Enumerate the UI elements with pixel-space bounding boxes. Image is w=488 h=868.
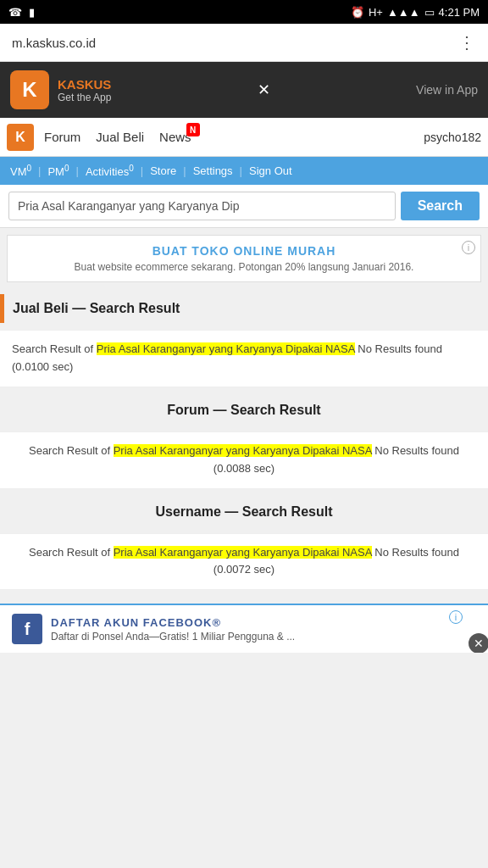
bottom-ad-info-icon[interactable]: i — [449, 610, 463, 624]
ad-info-icon[interactable]: i — [462, 241, 475, 254]
app-name: KASKUS — [58, 77, 111, 92]
ad-subtitle: Buat website ecommerce sekarang. Potonga… — [19, 261, 469, 273]
bottom-ad: f DAFTAR AKUN FACEBOOK® Daftar di Ponsel… — [0, 604, 488, 653]
bottom-ad-title: DAFTAR AKUN FACEBOOK® — [51, 616, 476, 629]
browser-url[interactable]: m.kaskus.co.id — [12, 36, 96, 50]
forum-title: Forum — Search Result — [167, 396, 320, 425]
sep2: | — [76, 164, 79, 177]
results-container: Jual Beli — Search Result Search Result … — [0, 289, 488, 604]
time-display: 4:21 PM — [439, 6, 480, 19]
jual-beli-section: Jual Beli — Search Result Search Result … — [0, 294, 488, 387]
signout-link[interactable]: Sign Out — [249, 164, 292, 177]
browser-bar: m.kaskus.co.id ⋮ — [0, 24, 488, 62]
pm-link[interactable]: PM0 — [47, 164, 69, 178]
sep4: | — [183, 164, 186, 177]
search-bar: Search — [0, 185, 488, 228]
forum-result: Search Result of Pria Asal Karanganyar y… — [0, 431, 488, 489]
status-bar: ☎ ▮ ⏰ H+ ▲▲▲ ▭ 4:21 PM — [0, 0, 488, 24]
alarm-icon: ⏰ — [351, 6, 364, 19]
username-highlight: Pria Asal Karanganyar yang Karyanya Dipa… — [114, 546, 372, 559]
bbm-icon: ▮ — [29, 6, 35, 19]
browser-menu-button[interactable]: ⋮ — [458, 32, 476, 53]
kaskus-logo-big: K — [10, 70, 49, 109]
news-badge: N — [186, 123, 200, 136]
nav-forum[interactable]: Forum — [44, 130, 80, 144]
store-link[interactable]: Store — [150, 164, 176, 177]
status-bar-right: ⏰ H+ ▲▲▲ ▭ 4:21 PM — [351, 6, 480, 19]
bottom-ad-subtitle: Daftar di Ponsel Anda—Gratis! 1 Miliar P… — [51, 631, 476, 643]
view-in-app-button[interactable]: View in App — [416, 83, 478, 97]
forum-header: Forum — Search Result — [0, 396, 488, 425]
jual-beli-header: Jual Beli — Search Result — [0, 294, 488, 323]
jual-beli-result-text: Search Result of Pria Asal Karanganyar y… — [12, 342, 442, 373]
nav-news[interactable]: News N — [159, 130, 191, 144]
app-banner-info: KASKUS Get the App — [58, 77, 111, 103]
app-banner-left: K KASKUS Get the App — [10, 70, 111, 109]
nav-username[interactable]: psycho182 — [424, 131, 481, 144]
user-tools-bar: VM0 | PM0 | Activities0 | Store | Settin… — [0, 157, 488, 185]
username-title: Username — Search Result — [156, 498, 333, 526]
app-banner-close-button[interactable]: ✕ — [258, 81, 270, 99]
whatsapp-icon: ☎ — [8, 6, 22, 19]
ad-title: BUAT TOKO ONLINE MURAH — [19, 244, 469, 258]
forum-result-text: Search Result of Pria Asal Karanganyar y… — [29, 444, 459, 475]
search-button[interactable]: Search — [401, 192, 480, 220]
sep3: | — [141, 164, 143, 177]
app-tagline: Get the App — [58, 92, 111, 103]
sep5: | — [240, 164, 242, 177]
activities-link[interactable]: Activities0 — [86, 164, 134, 178]
nav-bar: K Forum Jual Beli News N psycho182 — [0, 118, 488, 157]
jual-beli-highlight: Pria Asal Karanganyar yang Karyanya Dipa… — [97, 342, 355, 355]
bottom-ad-text: DAFTAR AKUN FACEBOOK® Daftar di Ponsel A… — [51, 616, 476, 643]
ad-banner: i BUAT TOKO ONLINE MURAH Buat website ec… — [7, 235, 481, 282]
forum-section: Forum — Search Result Search Result of P… — [0, 396, 488, 489]
forum-highlight: Pria Asal Karanganyar yang Karyanya Dipa… — [114, 444, 372, 457]
search-input[interactable] — [8, 192, 396, 220]
hplus-icon: H+ — [369, 6, 383, 19]
vm-link[interactable]: VM0 — [10, 164, 31, 178]
signal-icon: ▲▲▲ — [387, 6, 420, 19]
nav-items: Forum Jual Beli News N — [44, 130, 424, 144]
bottom-ad-close-button[interactable]: ✕ — [469, 633, 488, 653]
jual-beli-result: Search Result of Pria Asal Karanganyar y… — [0, 330, 488, 387]
jual-beli-accent — [0, 294, 4, 323]
battery-icon: ▭ — [424, 6, 435, 19]
username-section: Username — Search Result Search Result o… — [0, 498, 488, 591]
sep1: | — [38, 164, 41, 177]
facebook-logo: f — [12, 614, 42, 644]
username-result: Search Result of Pria Asal Karanganyar y… — [0, 533, 488, 591]
kaskus-nav-logo[interactable]: K — [7, 124, 34, 151]
settings-link[interactable]: Settings — [193, 164, 233, 177]
username-header: Username — Search Result — [0, 498, 488, 526]
nav-jual-beli[interactable]: Jual Beli — [96, 130, 144, 144]
username-result-text: Search Result of Pria Asal Karanganyar y… — [29, 546, 459, 576]
jual-beli-title: Jual Beli — Search Result — [13, 294, 180, 323]
status-bar-left: ☎ ▮ — [8, 6, 35, 19]
app-banner: K KASKUS Get the App ✕ View in App — [0, 62, 488, 118]
